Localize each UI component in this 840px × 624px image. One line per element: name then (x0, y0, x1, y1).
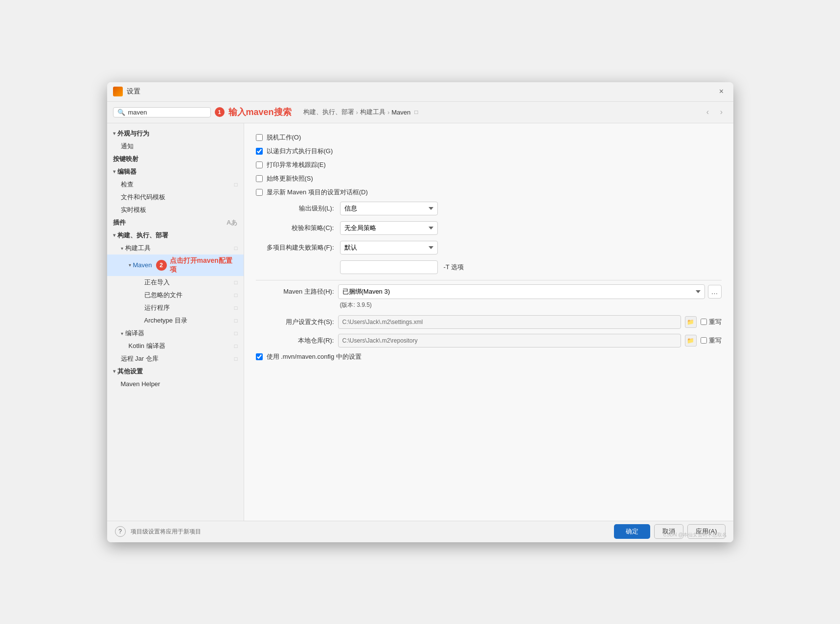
close-button[interactable]: × (716, 86, 727, 97)
maven-version-hint: (版本: 3.9.5) (340, 301, 722, 309)
local-repo-overwrite-label: 重写 (709, 336, 722, 345)
confirm-button[interactable]: 确定 (614, 524, 650, 539)
pin-icon-ignored: □ (234, 292, 238, 298)
multi-failure-select[interactable]: 默认 继续失败 立即失败 (340, 241, 438, 254)
sidebar-label-notifications: 通知 (121, 142, 134, 151)
maven-home-select[interactable]: 已捆绑(Maven 3) 自定义... (338, 284, 705, 299)
badge-2: 2 (156, 260, 167, 271)
back-arrow[interactable]: ‹ (702, 106, 714, 118)
checksum-label: 校验和策略(C): (256, 224, 334, 232)
forward-arrow[interactable]: › (716, 106, 727, 118)
sidebar-item-maven[interactable]: ▾ Maven 2 点击打开maven配置项 (107, 254, 244, 276)
chevron-icon-editor: ▾ (113, 169, 115, 174)
maven-home-browse-button[interactable]: … (708, 285, 722, 299)
sidebar-item-importing[interactable]: 正在导入 □ (107, 276, 244, 289)
pin-icon-remote-jar: □ (234, 356, 238, 362)
breadcrumb-sep-2: › (387, 109, 389, 116)
sidebar-label-compiler: 编译器 (125, 329, 144, 338)
local-repo-row: 本地仓库(R): 📁 重写 (256, 334, 722, 347)
sidebar-item-editor[interactable]: ▾ 编辑器 (107, 165, 244, 178)
pin-icon-archetype: □ (234, 318, 238, 324)
sidebar-item-kotlin-compiler[interactable]: Kotlin 编译器 □ (107, 340, 244, 352)
offline-checkbox[interactable] (256, 134, 263, 141)
use-mvn-config-checkbox[interactable] (256, 353, 263, 360)
pin-icon-inspections: □ (234, 182, 238, 187)
sidebar-item-notifications[interactable]: 通知 (107, 140, 244, 153)
sidebar-label-keymap: 按键映射 (113, 155, 138, 163)
dialog-title: 设置 (127, 87, 716, 96)
sidebar-label-plugins: 插件 (113, 218, 126, 227)
search-step-badge: 1 (215, 107, 225, 117)
local-repo-input[interactable] (338, 334, 681, 347)
sidebar-item-live-templates[interactable]: 实时模板 (107, 204, 244, 216)
use-mvn-config-row: 使用 .mvn/maven.config 中的设置 (256, 352, 722, 361)
sidebar-item-runner[interactable]: 运行程序 □ (107, 301, 244, 314)
user-settings-input[interactable] (338, 315, 681, 329)
recursive-checkbox[interactable] (256, 148, 263, 155)
search-icon: 🔍 (117, 109, 125, 116)
recursive-label: 以递归方式执行目标(G) (267, 147, 333, 156)
sidebar-item-maven-helper[interactable]: Maven Helper (107, 378, 244, 391)
sidebar-label-other-settings: 其他设置 (117, 367, 143, 376)
sidebar-item-inspections[interactable]: 检查 □ (107, 178, 244, 191)
sidebar-item-plugins[interactable]: 插件 Aあ (107, 216, 244, 229)
chevron-icon: ▾ (113, 131, 115, 136)
sidebar-label-runner: 运行程序 (144, 303, 170, 312)
user-settings-overwrite-wrap: 重写 (701, 318, 722, 326)
breadcrumb-part-1: 构建、执行、部署 (303, 108, 354, 116)
sidebar-label-archetype: Archetype 目录 (144, 316, 187, 325)
sidebar-item-build-tools[interactable]: ▾ 构建工具 □ (107, 242, 244, 254)
sidebar-item-ignored-files[interactable]: 已忽略的文件 □ (107, 289, 244, 301)
sidebar-item-compiler[interactable]: ▾ 编译器 □ (107, 327, 244, 340)
breadcrumb-pin-icon: □ (414, 109, 418, 116)
chevron-icon-build: ▾ (113, 232, 115, 238)
sidebar-item-file-templates[interactable]: 文件和代码模板 (107, 191, 244, 204)
always-update-checkbox[interactable] (256, 175, 263, 182)
output-level-row: 输出级别(L): 信息 调试 警告 错误 (256, 202, 722, 215)
chevron-icon-other: ▾ (113, 369, 115, 374)
print-stack-label: 打印异常堆栈跟踪(E) (267, 161, 326, 169)
offline-label: 脱机工作(O) (267, 133, 301, 142)
multi-failure-row: 多项目构建失败策略(F): 默认 继续失败 立即失败 (256, 241, 722, 254)
print-stack-checkbox[interactable] (256, 162, 263, 168)
sidebar-item-other-settings[interactable]: ▾ 其他设置 (107, 365, 244, 378)
local-repo-overwrite-wrap: 重写 (701, 336, 722, 345)
show-dialog-checkbox[interactable] (256, 189, 263, 196)
show-dialog-label: 显示新 Maven 项目的设置对话框(D) (267, 188, 368, 197)
bottom-bar: ? 项目级设置将应用于新项目 确定 取消 应用(A) (107, 521, 733, 542)
print-stack-row: 打印异常堆栈跟踪(E) (256, 161, 722, 169)
user-settings-overwrite-label: 重写 (709, 318, 722, 326)
multi-failure-label: 多项目构建失败策略(F): (256, 243, 334, 252)
sidebar-label-live-templates: 实时模板 (121, 206, 146, 214)
show-dialog-row: 显示新 Maven 项目的设置对话框(D) (256, 188, 722, 197)
right-panel: 脱机工作(O) 以递归方式执行目标(G) 打印异常堆栈跟踪(E) 始终更新快照(… (244, 123, 733, 521)
sidebar-item-build-exec[interactable]: ▾ 构建、执行、部署 (107, 229, 244, 242)
local-repo-overwrite-checkbox[interactable] (701, 337, 707, 344)
search-input[interactable] (128, 109, 192, 116)
output-level-label: 输出级别(L): (256, 204, 334, 213)
user-settings-row: 用户设置文件(S): 📁 重写 (256, 315, 722, 329)
output-level-select[interactable]: 信息 调试 警告 错误 (340, 202, 438, 215)
chevron-icon-compiler: ▾ (121, 331, 123, 336)
sidebar-label-maven: Maven (133, 261, 152, 269)
local-repo-browse-button[interactable]: 📁 (685, 335, 697, 347)
sidebar-item-appearance[interactable]: ▾ 外观与行为 (107, 127, 244, 140)
t-option-input[interactable] (340, 260, 438, 274)
user-settings-overwrite-checkbox[interactable] (701, 319, 707, 325)
sidebar-label-build-tools: 构建工具 (125, 244, 151, 253)
sidebar-item-keymap[interactable]: 按键映射 (107, 153, 244, 165)
sidebar-item-archetype[interactable]: Archetype 目录 □ (107, 314, 244, 327)
settings-dialog: 设置 × 🔍 1 输入maven搜索 构建、执行、部署 › 构建工具 › Mav… (107, 82, 733, 542)
sidebar: ▾ 外观与行为 通知 按键映射 ▾ 编辑器 检查 □ 文件和代码模板 实时模板 (107, 123, 244, 521)
checksum-select[interactable]: 无全局策略 严格 宽松 (340, 221, 438, 235)
sidebar-item-remote-jar[interactable]: 远程 Jar 仓库 □ (107, 352, 244, 365)
bottom-hint: 项目级设置将应用于新项目 (131, 528, 201, 536)
user-settings-browse-button[interactable]: 📁 (685, 316, 697, 328)
sidebar-label-appearance: 外观与行为 (117, 129, 149, 138)
breadcrumb-part-2: 构建工具 (360, 108, 386, 116)
sidebar-label-build-exec: 构建、执行、部署 (117, 231, 168, 240)
help-button[interactable]: ? (115, 526, 126, 537)
search-annotation: 输入maven搜索 (228, 106, 292, 118)
sidebar-label-ignored-files: 已忽略的文件 (144, 291, 182, 300)
chevron-icon-build-tools: ▾ (121, 246, 123, 251)
